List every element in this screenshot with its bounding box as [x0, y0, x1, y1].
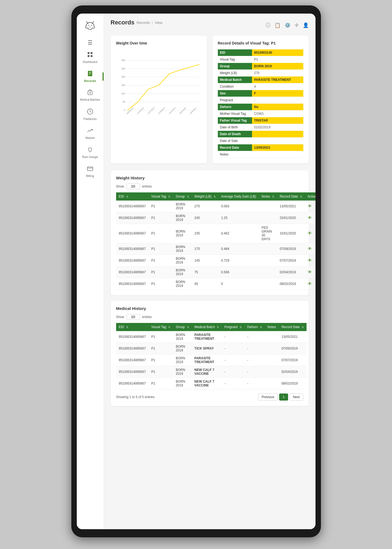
action-cell[interactable]: 👁 — [305, 243, 315, 255]
mh-col-group[interactable]: Group ⇅ — [173, 323, 192, 331]
sort-icon: ⇅ — [272, 195, 274, 198]
sort-icon: ⇅ — [213, 195, 216, 198]
svg-text:50: 50 — [122, 101, 125, 103]
table-cell: 951000314085667 — [116, 278, 149, 290]
wh-col-group[interactable]: Group ⇅ — [173, 192, 192, 201]
chart-area: 300 250 200 150 100 50 0 09 — [116, 49, 202, 125]
mh-col-tag[interactable]: Visual Tag ⇅ — [149, 323, 173, 331]
wh-col-notes[interactable]: Notes ⇅ — [259, 192, 277, 201]
table-cell — [265, 331, 279, 343]
table-cell: 951000314085667 — [116, 378, 149, 389]
sidebar-item-dashboard[interactable]: Dashboard — [77, 49, 104, 66]
action-cell[interactable]: 👁 — [305, 212, 315, 224]
table-cell: BORN 2019 — [173, 224, 192, 243]
record-details-card: Record Details of Visual Tag: P1 EID9510… — [212, 36, 309, 163]
table-cell — [259, 201, 277, 212]
sidebar-item-rain-gauge[interactable]: Rain Gauge — [77, 144, 104, 161]
detail-value: 275 — [252, 70, 303, 77]
wh-col-tag[interactable]: Visual Tag ⇅ — [149, 192, 173, 201]
table-cell: 951000314085667 — [116, 224, 149, 243]
view-icon[interactable]: 👁 — [308, 246, 312, 251]
rain-gauge-icon — [87, 146, 93, 154]
medical-entries-input[interactable] — [126, 314, 140, 320]
svg-rect-4 — [88, 55, 90, 57]
svg-text:250: 250 — [121, 68, 125, 70]
sort-icon: ⇅ — [187, 195, 189, 198]
weight-entries-input[interactable] — [126, 183, 140, 189]
showing-text: Showing 1 to 5 of 5 entries — [116, 395, 155, 399]
mh-col-date[interactable]: Record Date ⇅ — [279, 323, 307, 331]
svg-text:150: 150 — [121, 84, 125, 87]
table-cell: 951000314085667 — [116, 243, 149, 255]
table-cell: 275 — [192, 201, 218, 212]
entries-label: entries — [142, 185, 152, 188]
view-icon[interactable]: 👁 — [308, 215, 312, 220]
user-icon[interactable]: 👤 — [303, 22, 309, 28]
detail-label: Date of Birth — [218, 124, 252, 131]
sidebar-item-medical-batches[interactable]: Medical Batches — [77, 87, 104, 104]
wh-col-adg[interactable]: Average Daily Gain (LB) — [218, 192, 259, 201]
entries-label2: entries — [142, 315, 152, 319]
medical-batch-cell[interactable]: PARASITE TREATMENT — [192, 354, 222, 366]
view-icon[interactable]: 👁 — [308, 270, 312, 274]
wh-col-date[interactable]: Record Date ⇅ — [277, 192, 305, 201]
view-icon[interactable]: 👁 — [308, 204, 312, 208]
table-cell: 0.729 — [218, 255, 259, 266]
settings-icon[interactable]: ⚙️ — [285, 22, 291, 28]
detail-row: Pregnant- — [218, 97, 303, 104]
mh-col-eid[interactable]: EID ⇅ — [116, 323, 149, 331]
detail-value: No — [252, 104, 303, 110]
action-cell[interactable]: 👁 — [305, 278, 315, 290]
table-cell: BORN 2019 — [173, 378, 192, 389]
info-icon[interactable]: ⓘ — [266, 22, 270, 28]
wh-col-weight[interactable]: Weight (LB) ⇅ — [192, 192, 218, 201]
table-cell: - — [222, 378, 244, 389]
move-icon[interactable]: ✛ — [295, 22, 299, 28]
mh-col-dehorn[interactable]: Dehorn ⇅ — [244, 323, 265, 331]
sort-icon: ⇅ — [126, 195, 128, 198]
detail-value: COW1 — [252, 110, 303, 117]
sort-icon: ⇅ — [187, 326, 189, 329]
weight-history-section: Weight History Show entries EID ⇅ Visual… — [111, 170, 309, 295]
action-cell[interactable]: 👁 — [305, 224, 315, 243]
view-icon[interactable]: 👁 — [308, 231, 312, 236]
breadcrumb-records: Records — [137, 21, 150, 25]
table-cell: 951000314085667 — [116, 331, 149, 343]
next-button[interactable]: Next — [289, 393, 303, 401]
detail-row: Mother Visual TagCOW1 — [218, 110, 303, 117]
svg-rect-2 — [88, 52, 90, 54]
wh-col-eid[interactable]: EID ⇅ — [116, 192, 149, 201]
sort-icon: ⇅ — [300, 195, 302, 198]
table-cell: P1 — [149, 224, 173, 243]
svg-rect-5 — [91, 55, 93, 57]
hamburger-menu[interactable]: ☰ — [77, 37, 104, 49]
medical-batch-cell[interactable]: NEW CALF 7 VACCINE — [192, 366, 222, 378]
action-cell[interactable]: 👁 — [305, 266, 315, 278]
action-cell[interactable]: 👁 — [305, 201, 315, 212]
mh-col-pregnant[interactable]: Pregnant ⇅ — [222, 323, 244, 331]
mh-col-batch[interactable]: Medical Batch ⇅ — [192, 323, 222, 331]
table-cell: - — [222, 366, 244, 378]
table-cell: P1 — [149, 278, 173, 290]
sidebar-item-records[interactable]: Records — [77, 68, 104, 85]
top-bar: Records Records | View ⓘ 📋 ⚙️ ✛ 👤 — [111, 19, 309, 31]
medical-batch-cell[interactable]: NEW CALF 7 VACCINE — [192, 378, 222, 389]
detail-label: Sex — [218, 90, 252, 97]
medical-batch-cell[interactable]: TICK SPRAY — [192, 343, 222, 354]
view-icon[interactable]: 👁 — [308, 281, 312, 286]
detail-label: Father Visual Tag — [218, 117, 252, 124]
sidebar-item-billing[interactable]: Billing — [77, 163, 104, 180]
medical-batch-cell[interactable]: PARASITE TREATMENT — [192, 331, 222, 343]
view-icon[interactable]: 👁 — [308, 258, 312, 263]
records-icon — [87, 70, 93, 78]
clipboard-icon[interactable]: 📋 — [275, 22, 281, 28]
sidebar-item-market[interactable]: Market — [77, 125, 104, 142]
prev-button[interactable]: Previous — [258, 393, 278, 401]
table-cell: - — [244, 343, 265, 354]
table-cell: P1 — [149, 366, 173, 378]
table-row: 951000314085667P1BORN 201945008/02/2019👁 — [116, 278, 315, 290]
cards-row: Weight Over time 300 — [111, 36, 309, 163]
sidebar-item-paddocks[interactable]: Paddocks — [77, 106, 104, 123]
action-cell[interactable]: 👁 — [305, 255, 315, 266]
page-1-button[interactable]: 1 — [279, 393, 288, 401]
